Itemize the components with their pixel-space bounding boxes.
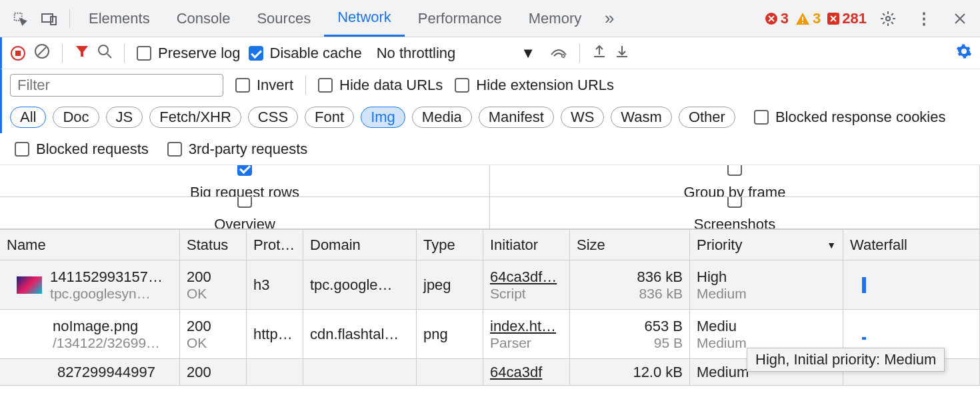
warning-count-value: 3: [813, 10, 821, 27]
request-path: /134122/32699…: [53, 335, 160, 351]
tab-performance[interactable]: Performance: [405, 0, 515, 37]
col-protocol[interactable]: Prot…: [247, 230, 303, 260]
pill-fetchxhr[interactable]: Fetch/XHR: [149, 107, 241, 128]
resource-type-filters: All Doc JS Fetch/XHR CSS Font Img Media …: [0, 101, 980, 133]
network-conditions-icon[interactable]: [550, 44, 567, 63]
issues-count[interactable]: 281: [827, 10, 867, 27]
initiator-link[interactable]: 64ca3df: [490, 364, 563, 381]
third-party-checkbox[interactable]: [167, 142, 182, 157]
pill-media[interactable]: Media: [412, 107, 472, 128]
tab-memory[interactable]: Memory: [515, 0, 595, 37]
svg-rect-8: [15, 51, 21, 56]
col-name[interactable]: Name: [0, 230, 180, 260]
tab-sources[interactable]: Sources: [243, 0, 324, 37]
pill-doc[interactable]: Doc: [53, 107, 99, 128]
size: 836 kB: [637, 268, 683, 286]
tab-elements[interactable]: Elements: [75, 0, 163, 37]
pill-wasm[interactable]: Wasm: [611, 107, 672, 128]
screenshots-checkbox[interactable]: [727, 197, 742, 208]
issues-count-value: 281: [842, 10, 867, 27]
pill-all[interactable]: All: [10, 107, 46, 128]
pill-other[interactable]: Other: [679, 107, 735, 128]
record-button[interactable]: [10, 45, 26, 61]
initiator-type: Parser: [490, 335, 563, 351]
pill-img[interactable]: Img: [361, 107, 405, 128]
divider: [305, 76, 306, 95]
download-har-icon[interactable]: [615, 44, 629, 63]
tab-console[interactable]: Console: [163, 0, 244, 37]
upload-har-icon[interactable]: [592, 44, 607, 63]
third-party-label[interactable]: 3rd-party requests: [189, 141, 308, 158]
sort-indicator-icon: ▼: [827, 240, 836, 250]
waterfall-bar: [862, 277, 866, 293]
throttling-value: No throttling: [377, 45, 456, 62]
col-waterfall[interactable]: Waterfall: [843, 230, 980, 260]
col-status[interactable]: Status: [180, 230, 247, 260]
col-domain[interactable]: Domain: [303, 230, 417, 260]
group-frame-checkbox[interactable]: [727, 165, 742, 176]
screenshots-label[interactable]: Screenshots: [694, 216, 775, 230]
invert-checkbox[interactable]: [235, 78, 250, 93]
request-name: noImage.png: [53, 318, 160, 335]
error-count-value: 3: [781, 10, 789, 27]
hide-ext-urls-checkbox[interactable]: [455, 78, 469, 93]
filter-input[interactable]: [10, 74, 223, 97]
divider: [579, 44, 580, 63]
device-toggle-icon[interactable]: [35, 4, 64, 33]
preserve-log-label[interactable]: Preserve log: [158, 45, 241, 62]
blocked-requests-checkbox[interactable]: [15, 142, 29, 157]
type: jpeg: [423, 276, 476, 294]
overview-checkbox[interactable]: [237, 197, 252, 208]
close-icon[interactable]: [945, 4, 975, 33]
devtools-tabbar: Elements Console Sources Network Perform…: [0, 0, 980, 37]
inspect-icon[interactable]: [5, 4, 35, 33]
blocked-cookies-checkbox[interactable]: [754, 110, 769, 125]
size-decoded: 836 kB: [639, 286, 683, 302]
filter-bar: Invert Hide data URLs Hide extension URL…: [0, 69, 980, 101]
blocked-requests-label[interactable]: Blocked requests: [36, 141, 149, 158]
more-tabs-icon[interactable]: »: [595, 4, 624, 33]
hide-data-urls-label[interactable]: Hide data URLs: [339, 77, 443, 94]
overview-label[interactable]: Overview: [214, 216, 275, 230]
invert-label[interactable]: Invert: [257, 77, 293, 94]
pill-js[interactable]: JS: [106, 107, 143, 128]
warning-count[interactable]: 3: [795, 10, 821, 27]
kebab-menu-icon[interactable]: ⋮: [909, 4, 939, 33]
pill-ws[interactable]: WS: [561, 107, 604, 128]
pill-css[interactable]: CSS: [248, 107, 298, 128]
clear-button[interactable]: [34, 43, 50, 63]
panel-settings-icon[interactable]: [956, 43, 972, 63]
col-size[interactable]: Size: [570, 230, 690, 260]
col-initiator[interactable]: Initiator: [483, 230, 570, 260]
col-priority[interactable]: Priority▼: [690, 230, 843, 260]
big-rows-checkbox[interactable]: [237, 165, 252, 176]
hide-data-urls-checkbox[interactable]: [318, 78, 333, 93]
filter-icon[interactable]: [75, 44, 89, 63]
group-frame-label[interactable]: Group by frame: [684, 184, 786, 198]
col-type[interactable]: Type: [417, 230, 483, 260]
svg-rect-5: [802, 22, 803, 23]
svg-point-10: [99, 45, 108, 55]
blocked-cookies-label[interactable]: Blocked response cookies: [775, 109, 946, 126]
divider: [62, 44, 63, 63]
search-icon[interactable]: [97, 44, 112, 63]
request-name: 827299944997: [57, 364, 155, 381]
settings-icon[interactable]: [873, 4, 903, 33]
preserve-log-checkbox[interactable]: [137, 46, 151, 61]
tab-network[interactable]: Network: [324, 0, 405, 37]
view-options: Big request rows Group by frame Overview…: [0, 165, 980, 230]
error-count[interactable]: 3: [765, 10, 789, 27]
domain: cdn.flashtal…: [310, 326, 409, 343]
request-thumbnail: [17, 276, 42, 294]
throttling-dropdown[interactable]: No throttling ▼: [370, 45, 542, 62]
big-rows-label[interactable]: Big request rows: [190, 184, 299, 198]
filter-checks-row: Blocked requests 3rd-party requests: [0, 133, 980, 165]
disable-cache-checkbox[interactable]: [249, 46, 263, 61]
hide-ext-urls-label[interactable]: Hide extension URLs: [476, 77, 614, 94]
initiator-link[interactable]: index.ht…: [490, 318, 563, 335]
initiator-link[interactable]: 64ca3df…: [490, 268, 563, 286]
pill-manifest[interactable]: Manifest: [479, 107, 554, 128]
pill-font[interactable]: Font: [305, 107, 354, 128]
disable-cache-label[interactable]: Disable cache: [270, 45, 362, 62]
priority-initial: Medium: [697, 286, 836, 302]
